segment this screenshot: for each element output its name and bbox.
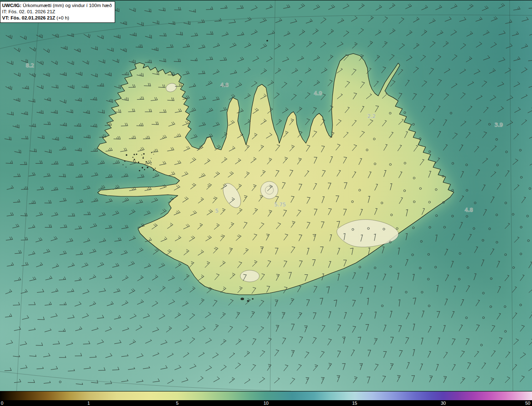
valid-time: VT: Fös. 02.01.2026 21Z	[2, 15, 55, 20]
valid-offset: (+0 h)	[57, 15, 69, 20]
contour-label: 5.75	[274, 201, 286, 208]
map-overlay-svg: 8.24.84.92.23.94.855.75	[0, 0, 532, 391]
weather-map-page: 8.24.84.92.23.94.855.75 UWC/IG: Úrkomumæ…	[0, 0, 532, 406]
init-time: IT: Fös. 02. 01. 2026 21Z	[2, 9, 112, 15]
contour-label: 2.2	[367, 113, 376, 119]
island-vestmannaeyjar	[241, 298, 244, 300]
iceland-landmass	[97, 54, 454, 295]
contour-label: 5	[215, 208, 219, 214]
colorbar: 01510153050	[0, 391, 532, 406]
contour-label: 3.9	[495, 122, 503, 128]
contour-label: 4.8	[220, 82, 229, 88]
valid-time-line: VT: Fös. 02.01.2026 21Z (+0 h)	[2, 15, 112, 21]
contour-label: 4.8	[465, 207, 473, 213]
colorbar-tick-label: 15	[352, 401, 357, 406]
colorbar-tick-label: 30	[441, 401, 446, 406]
colorbar-tick-label: 10	[264, 401, 268, 406]
colorbar-tick-label: 1	[87, 401, 90, 406]
contour-label: 8.2	[26, 62, 34, 68]
colorbar-labels: 01510153050	[0, 400, 532, 406]
title-line: UWC/IG: Úrkomumætti (mm) og vindur í 100…	[2, 2, 112, 9]
colorbar-tick-label: 0	[1, 401, 3, 406]
colorbar-tick-label: 5	[176, 401, 179, 406]
glacier-myrdalsjokull	[240, 270, 259, 282]
colorbar-tick-label: 50	[525, 401, 530, 406]
colorbar-gradient	[0, 391, 532, 400]
title-box: UWC/IG: Úrkomumætti (mm) og vindur í 100…	[0, 1, 115, 23]
product-id: UWC/IG:	[2, 3, 22, 8]
contour-label: 4.9	[314, 90, 322, 96]
map-title: Úrkomumætti (mm) og vindur í 100m hæð	[23, 3, 112, 8]
island-vestmannaeyjar	[252, 298, 254, 300]
map-area: 8.24.84.92.23.94.855.75 UWC/IG: Úrkomumæ…	[0, 0, 532, 391]
island-grimsey	[266, 40, 268, 41]
